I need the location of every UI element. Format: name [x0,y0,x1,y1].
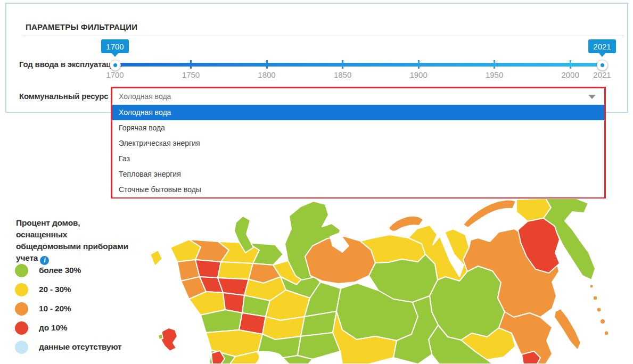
map-region[interactable] [262,317,305,340]
option-gas[interactable]: Газ [112,151,604,167]
option-sewage[interactable]: Сточные бытовые воды [112,182,604,197]
slider-tick-mark [494,60,495,69]
handle-dot-icon [601,63,604,67]
legend-item: 10 - 20% [15,299,121,318]
year-min-tooltip: 1700 [101,39,129,53]
slider-tick-label: 2000 [554,70,586,79]
map-region[interactable] [554,309,581,350]
resource-options-list: Холодная вода Горячая вода Электрическая… [112,105,604,197]
year-slider-min-handle[interactable] [110,60,121,71]
map-region[interactable] [150,250,162,266]
map-region[interactable] [218,262,253,279]
slider-tick-mark [570,60,571,69]
year-slider-max-handle[interactable] [597,60,608,71]
year-range-slider-track[interactable] [115,63,602,67]
legend-color-dot [15,264,28,277]
slider-tick-label: 1800 [251,70,283,79]
page: ПАРАМЕТРЫ ФИЛЬТРАЦИИ Год ввода в эксплуа… [0,0,633,364]
resource-select-value: Холодная вода [119,92,171,101]
slider-tick-label: 1900 [402,70,434,79]
map-region[interactable] [590,285,593,288]
slider-tick-label: 1700 [99,70,131,79]
year-max-tooltip-arrow [599,53,605,57]
map-region[interactable] [195,260,221,278]
map-region[interactable] [463,200,516,228]
handle-dot-icon [113,63,117,67]
map-region[interactable] [201,310,242,333]
option-electric-energy[interactable]: Электрическая энергия [112,136,604,151]
russia-choropleth-map[interactable] [120,197,633,364]
map-region[interactable] [593,296,597,300]
legend-title: Процент домов, оснащенных общедомовыми п… [16,217,133,265]
year-slider-label: Год ввода в эксплуатацию [19,60,122,69]
resource-select[interactable]: Холодная вода [112,88,604,105]
slider-tick-mark [190,60,192,69]
legend-item: 20 - 30% [15,280,121,299]
slider-tick-label: 1950 [479,70,511,79]
year-min-tooltip-arrow [112,53,118,57]
resource-dropdown-highlight-box: Холодная вода Холодная вода Горячая вода… [111,87,606,198]
slider-tick-label: 1750 [175,70,207,79]
legend-color-dot [15,341,28,354]
map-region[interactable] [158,334,163,340]
slider-tick-label: 2021 [586,70,618,79]
option-hot-water[interactable]: Горячая вода [112,120,604,136]
map-region[interactable] [160,328,177,351]
map-legend: более 30% 20 - 30% 10 - 20% до 10% данны… [15,261,121,357]
legend-color-dot [15,283,28,296]
option-thermal-energy[interactable]: Тепловая энергия [112,167,604,182]
slider-tick-mark [342,60,343,69]
map-region[interactable] [601,319,605,324]
legend-color-dot [15,321,28,335]
legend-color-dot [15,302,28,316]
resource-label: Коммунальный ресурс [19,92,108,101]
option-cold-water[interactable]: Холодная вода [112,105,604,120]
year-max-tooltip: 2021 [588,39,616,53]
legend-item: более 30% [15,261,121,280]
chevron-down-icon [588,95,596,99]
panel-divider [22,36,624,36]
slider-tick-label: 1850 [327,70,359,79]
map-region[interactable] [604,331,609,335]
legend-item: до 10% [15,318,121,337]
slider-tick-mark [418,60,420,69]
legend-item: данные отсутствуют [15,337,121,357]
slider-tick-mark [266,60,268,69]
panel-title: ПАРАМЕТРЫ ФИЛЬТРАЦИИ [26,22,137,31]
map-region[interactable] [597,308,601,312]
